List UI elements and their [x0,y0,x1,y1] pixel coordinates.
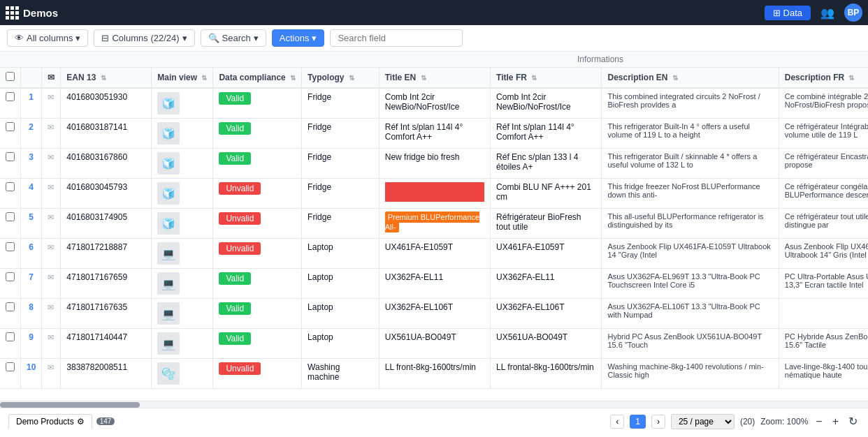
row-compliance: Unvalid [213,179,302,209]
email-icon: ✉ [48,273,54,281]
row-title-en: UX362FA-EL106T [379,299,490,329]
row-email-cell: ✉ [42,149,61,179]
row-title-fr: Réf Int s/plan 114l 4° Comfort A++ [491,119,602,149]
col-typology[interactable]: Typology ⇅ [302,68,379,88]
row-title-en: UX461FA-E1059T [379,239,490,269]
row-checkbox[interactable] [6,302,15,311]
row-checkbox[interactable] [6,212,15,221]
scrollbar-thumb[interactable] [0,402,140,408]
row-checkbox[interactable] [6,272,15,281]
gear-icon[interactable]: ⚙ [77,417,85,427]
sort-icon-mainview: ⇅ [201,74,207,82]
compliance-badge: Unvalid [219,242,261,255]
app-title: Demos [23,7,58,19]
actions-button[interactable]: Actions ▾ [272,29,325,47]
columns-button[interactable]: ⊟ Columns (22/24) ▾ [94,29,194,47]
col-title-fr[interactable]: Title FR ⇅ [491,68,602,88]
row-checkbox[interactable] [6,122,15,131]
row-checkbox[interactable] [6,242,15,251]
refresh-button[interactable]: ↻ [846,415,860,428]
row-title-fr: UX561UA-BO049T [491,329,602,359]
row-email-cell: ✉ [42,299,61,329]
search-input[interactable] [330,29,463,47]
row-compliance: Valid [213,299,302,329]
row-email-cell: ✉ [42,359,61,389]
row-typology: Laptop [302,329,379,359]
demo-products-tab[interactable]: Demo Products ⚙ [8,414,92,429]
row-checkbox-cell [0,239,21,269]
footer-status-num: 147 [96,417,115,425]
table-row: 8 ✉ 4718017167635 💻 Valid Laptop UX362FA… [0,299,868,329]
user-group-icon-button[interactable]: 👥 [816,5,839,21]
footer: Demo Products ⚙ 147 ‹ 1 › 25 / page 50 /… [0,408,868,434]
row-title-fr: UX461FA-E1059T [491,239,602,269]
title-en-text: LL front-8kg-1600trs/min [385,362,476,372]
actions-label: Actions [280,33,310,43]
row-checkbox[interactable] [6,182,15,191]
col-description-en[interactable]: Description EN ⇅ [602,68,779,88]
select-all-checkbox[interactable] [6,72,15,81]
per-page-select[interactable]: 25 / page 50 / page 100 / page [671,414,735,429]
row-checkbox-cell [0,179,21,209]
col-main-view[interactable]: Main view ⇅ [152,68,213,88]
title-red-block [385,182,484,202]
compliance-badge: Valid [219,122,251,135]
col-ean13[interactable]: EAN 13 ⇅ [61,68,152,88]
row-main-view: 🧊 [152,209,213,239]
next-page-button[interactable]: › [651,415,665,429]
row-compliance: Valid [213,329,302,359]
sort-icon-descfr: ⇅ [848,74,854,82]
search-button[interactable]: 🔍 Search ▾ [201,29,266,47]
table-header-row: ✉ EAN 13 ⇅ Main view ⇅ Data compliance ⇅… [0,68,868,88]
row-title-en: Premium BLUPerformance All- [379,209,490,239]
zoom-out-button[interactable]: − [813,415,824,428]
horizontal-scrollbar[interactable] [0,401,868,408]
data-tab-button[interactable]: ⊞ Data [765,6,811,20]
row-ean13: 4718017167659 [61,269,152,299]
info-band-label: Informations [577,54,623,64]
prev-page-button[interactable]: ‹ [610,415,624,429]
row-main-view: 💻 [152,329,213,359]
data-table: ✉ EAN 13 ⇅ Main view ⇅ Data compliance ⇅… [0,68,868,389]
row-ean13: 4016803187141 [61,119,152,149]
row-email-cell: ✉ [42,329,61,359]
row-title-en: UX561UA-BO049T [379,329,490,359]
row-desc-en: Asus UX362FA-EL969T 13.3 "Ultra-Book PC … [602,269,779,299]
product-image: 🧊 [157,212,180,235]
row-desc-en: This fridge freezer NoFrost BLUPerforman… [602,179,779,209]
row-compliance: Valid [213,88,302,119]
compliance-badge: Unvalid [219,182,261,195]
row-number: 4 [21,179,42,209]
row-checkbox[interactable] [6,332,15,341]
zoom-in-button[interactable]: + [830,415,841,428]
email-icon: ✉ [48,303,54,311]
sort-icon-titlefr: ⇅ [531,74,537,82]
row-typology: Fridge [302,149,379,179]
row-desc-fr: Ce réfrigérateur Intégrable 4° propose u… [779,119,868,149]
row-checkbox-cell [0,119,21,149]
email-icon: ✉ [48,93,54,101]
row-checkbox[interactable] [6,362,15,371]
product-image: 💻 [157,272,180,295]
compliance-badge: Valid [219,302,251,315]
compliance-badge: Valid [219,272,251,285]
row-checkbox[interactable] [6,152,15,161]
row-typology: Fridge [302,88,379,119]
row-main-view: 🧊 [152,179,213,209]
navbar: Demos ⊞ Data 👥 BP [0,0,868,25]
row-checkbox[interactable] [6,92,15,101]
all-columns-button[interactable]: 👁 All columns ▾ [7,29,88,47]
row-main-view: 💻 [152,299,213,329]
current-page: 1 [630,415,646,429]
row-title-fr: Réf Enc s/plan 133 l 4 étoiles A+ [491,149,602,179]
all-columns-label: All columns [27,33,73,43]
row-ean13: 4718017218887 [61,239,152,269]
row-main-view: 🧊 [152,88,213,119]
col-data-compliance[interactable]: Data compliance ⇅ [213,68,302,88]
chevron-down-icon: ▾ [75,33,80,43]
col-title-en[interactable]: Title EN ⇅ [379,68,490,88]
row-desc-en: This refrigerator Built-In 4 ° offers a … [602,119,779,149]
row-desc-en: Asus Zenbook Flip UX461FA-E1059T Ultrabo… [602,239,779,269]
col-description-fr[interactable]: Description FR ⇅ [779,68,868,88]
row-ean13: 4718017140447 [61,329,152,359]
